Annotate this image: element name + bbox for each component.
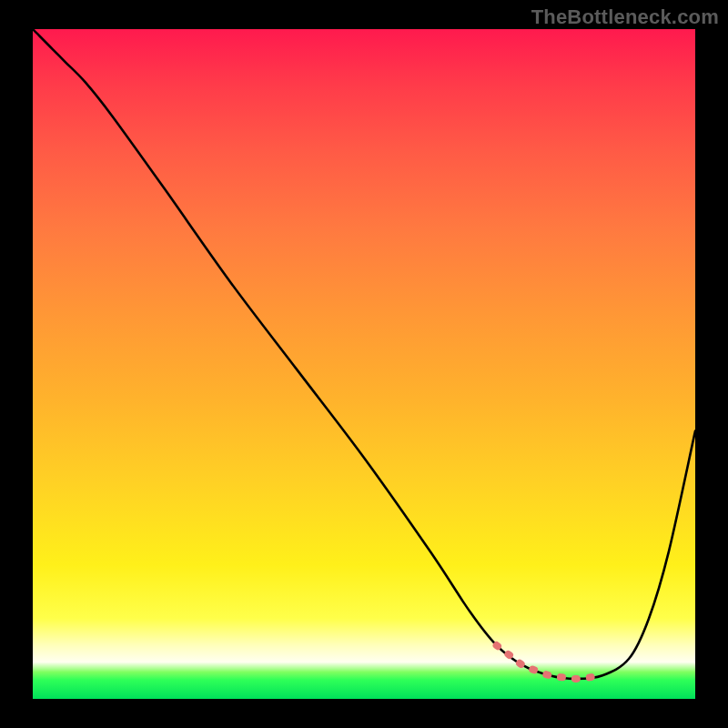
plot-area <box>33 29 695 699</box>
main-curve-path <box>33 29 695 679</box>
watermark-label: TheBottleneck.com <box>531 5 719 29</box>
chart-frame: TheBottleneck.com <box>0 0 728 728</box>
curve-layer <box>33 29 695 699</box>
highlight-curve-path <box>497 645 603 679</box>
